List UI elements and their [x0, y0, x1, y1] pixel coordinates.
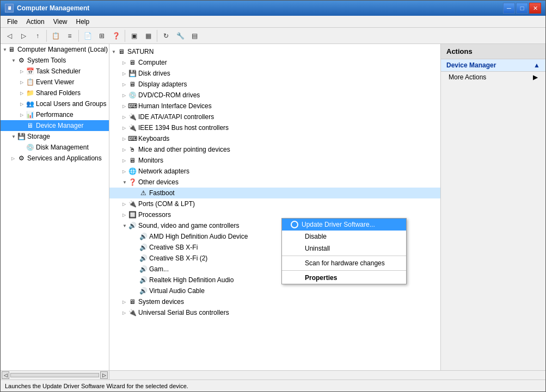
device-root[interactable]: ▼ 🖥 SATURN: [109, 46, 440, 57]
toolbar-list[interactable]: ≡: [63, 29, 76, 42]
device-ports[interactable]: ▷ 🔌 Ports (COM & LPT): [109, 198, 440, 209]
toolbar-show-hide[interactable]: 📋: [49, 29, 62, 42]
tree-disk-mgmt[interactable]: 💿 Disk Management: [1, 142, 109, 153]
tree-system-tools[interactable]: ▼ ⚙ System Tools: [1, 55, 109, 66]
device-dvd[interactable]: ▷ 💿 DVD/CD-ROM drives: [109, 90, 440, 101]
toolbar-btn5[interactable]: ▣: [127, 29, 140, 42]
device-ide[interactable]: ▷ 🔌 IDE ATA/ATAPI controllers: [109, 111, 440, 122]
tree-event-viewer[interactable]: ▷ 📋 Event Viewer: [1, 77, 109, 88]
d20-icon: 🔊: [139, 276, 148, 284]
d16-arrow: [133, 234, 139, 239]
device-fastboot[interactable]: ⚠ Fastboot: [109, 188, 440, 198]
d2-label: Display adapters: [138, 80, 187, 88]
device-display[interactable]: ▷ 🖥 Display adapters: [109, 79, 440, 90]
toolbar-new[interactable]: ⊞: [95, 29, 108, 42]
device-vac[interactable]: 🔊 Virtual Audio Cable: [109, 285, 440, 296]
device-system[interactable]: ▷ 🖥 System devices: [109, 296, 440, 307]
d7-icon: ⌨: [128, 134, 137, 143]
toolbar-btn9[interactable]: ▤: [188, 29, 201, 42]
status-text: Launches the Update Driver Software Wiza…: [5, 383, 188, 389]
ctx-disable[interactable]: Disable: [282, 231, 406, 242]
d23-label: Universal Serial Bus controllers: [138, 309, 229, 316]
ctx-update-icon: [291, 221, 298, 228]
tree-services[interactable]: ▷ ⚙ Services and Applications: [1, 153, 109, 164]
disk-arrow: [20, 145, 26, 150]
device-other[interactable]: ▼ ❓ Other devices: [109, 177, 440, 188]
tree-shared-folders[interactable]: ▷ 📁 Shared Folders: [1, 88, 109, 98]
toolbar-properties[interactable]: 📄: [81, 29, 94, 42]
d13-label: Ports (COM & LPT): [138, 200, 195, 208]
device-disk-drives[interactable]: ▷ 💾 Disk drives: [109, 68, 440, 79]
tree-root[interactable]: ▼ 🖥 Computer Management (Local): [1, 44, 109, 55]
menu-help[interactable]: Help: [72, 16, 94, 27]
d17-icon: 🔊: [139, 243, 148, 252]
d0-label: Computer: [138, 59, 167, 66]
ctx-update-driver[interactable]: Update Driver Software...: [282, 219, 406, 231]
actions-panel: Actions Device Manager ▲ More Actions ▶: [440, 44, 545, 370]
scroll-track[interactable]: [10, 373, 99, 377]
toolbar: ◁ ▷ ↑ 📋 ≡ 📄 ⊞ ❓ ▣ ▦ ↻ 🔧 ▤: [1, 28, 545, 44]
d1-arrow: ▷: [122, 71, 128, 76]
task-arrow: ▷: [20, 69, 26, 74]
toolbar-btn6[interactable]: ▦: [142, 29, 155, 42]
device-computer[interactable]: ▷ 🖥 Computer: [109, 57, 440, 68]
left-scroll: ◁ ▷: [1, 371, 109, 379]
ctx-scan[interactable]: Scan for hardware changes: [282, 257, 406, 269]
d5-arrow: ▷: [122, 115, 128, 120]
device-monitors[interactable]: ▷ 🖥 Monitors: [109, 155, 440, 166]
toolbar-help[interactable]: ❓: [109, 29, 122, 42]
d6-label: IEEE 1394 Bus host controllers: [138, 124, 229, 132]
d7-label: Keyboards: [138, 135, 169, 142]
tree-task-scheduler[interactable]: ▷ 📅 Task Scheduler: [1, 66, 109, 77]
d0-icon: 🖥: [128, 58, 137, 67]
window-title: Computer Management: [17, 4, 89, 12]
actions-more[interactable]: More Actions ▶: [441, 72, 545, 83]
d12-label: Fastboot: [149, 189, 175, 197]
d21-arrow: [133, 289, 139, 294]
main-window: 🖥 Computer Management ─ □ ✕ File Action …: [0, 0, 546, 392]
device-ieee[interactable]: ▷ 🔌 IEEE 1394 Bus host controllers: [109, 122, 440, 133]
tree-performance[interactable]: ▷ 📊 Performance: [1, 109, 109, 120]
app-icon: 🖥: [5, 4, 14, 13]
tree-device-manager[interactable]: 🖥 Device Manager: [1, 120, 109, 131]
toolbar-update[interactable]: ↻: [159, 29, 173, 42]
d22-icon: 🖥: [128, 297, 137, 306]
toolbar-up[interactable]: ↑: [31, 29, 44, 42]
device-usb[interactable]: ▷ 🔌 Universal Serial Bus controllers: [109, 307, 440, 318]
device-network[interactable]: ▷ 🌐 Network adapters: [109, 166, 440, 177]
d18-label: Creative SB X-Fi (2): [149, 254, 207, 262]
menu-file[interactable]: File: [3, 16, 22, 27]
minimize-button[interactable]: ─: [503, 3, 515, 14]
d0-arrow: ▷: [122, 60, 128, 65]
menu-view[interactable]: View: [49, 16, 72, 27]
status-bar: Launches the Update Driver Software Wiza…: [1, 379, 545, 391]
toolbar-sep-4: [157, 30, 157, 42]
scroll-left-btn[interactable]: ◁: [2, 371, 9, 379]
d14-arrow: ▷: [122, 213, 128, 217]
tree-storage[interactable]: ▼ 💾 Storage: [1, 131, 109, 142]
d21-label: Virtual Audio Cable: [149, 287, 205, 295]
device-mice[interactable]: ▷ 🖱 Mice and other pointing devices: [109, 144, 440, 155]
maximize-button[interactable]: □: [516, 3, 528, 14]
menu-action[interactable]: Action: [22, 16, 48, 27]
d12-icon: ⚠: [139, 189, 148, 197]
close-button[interactable]: ✕: [529, 3, 541, 14]
device-keyboards[interactable]: ▷ ⌨ Keyboards: [109, 133, 440, 144]
toolbar-scan[interactable]: 🔧: [174, 29, 187, 42]
scroll-right-btn[interactable]: ▷: [100, 371, 108, 379]
toolbar-forward[interactable]: ▷: [17, 29, 30, 42]
d9-label: Monitors: [138, 157, 163, 164]
right-scroll-spacer: [109, 371, 545, 379]
d5-label: IDE ATA/ATAPI controllers: [138, 113, 214, 121]
ctx-properties[interactable]: Properties: [282, 272, 406, 284]
toolbar-back[interactable]: ◁: [3, 29, 16, 42]
ctx-props-label: Properties: [305, 274, 337, 282]
disk-label: Disk Management: [36, 144, 89, 151]
storage-label: Storage: [27, 133, 50, 140]
tree-local-users[interactable]: ▷ 👥 Local Users and Groups: [1, 98, 109, 109]
actions-device-manager[interactable]: Device Manager ▲: [441, 59, 545, 72]
device-hid[interactable]: ▷ ⌨ Human Interface Devices: [109, 101, 440, 111]
ctx-uninstall[interactable]: Uninstall: [282, 242, 406, 254]
main-area: ▼ 🖥 Computer Management (Local) ▼ ⚙ Syst…: [1, 44, 545, 370]
h-scroll-area: ◁ ▷: [1, 370, 545, 379]
